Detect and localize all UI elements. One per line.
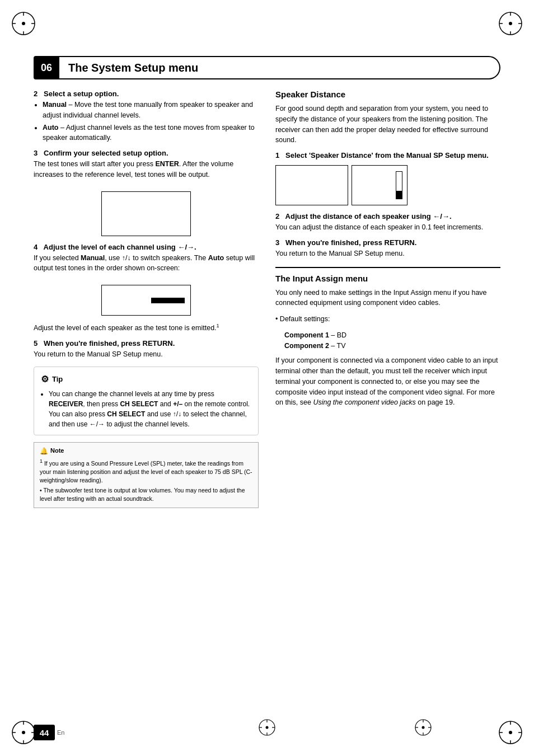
svg-point-7 [509,22,512,25]
input-assign-title: The Input Assign menu [275,274,500,283]
speaker-distance-body: For good sound depth and separation from… [275,104,500,145]
input-assign-link: Using the component video jacks [313,398,415,406]
chapter-header: 06 The System Setup menu [34,56,500,79]
note-icon: 🔔 [40,447,48,456]
main-content: 2 Select a setup option. Manual – Move t… [34,90,500,508]
bottom-center-decoration [257,717,277,739]
svg-point-31 [422,726,425,729]
screen-indicator-line [151,298,185,303]
corner-decoration-br [497,719,524,746]
note-box: 🔔 Note 1 If you are using a Sound Pressu… [34,442,259,508]
svg-point-19 [509,731,512,734]
bottom-right-decoration [413,717,433,739]
tip-icon: ⚙ [41,373,49,386]
sd-step-2-body: You can adjust the distance of each spea… [275,222,500,233]
screen-mockup-small [101,285,191,316]
note-text-1: 1 If you are using a Sound Pressure Leve… [40,458,252,485]
step-2-body: Manual – Move the test tone manually fro… [34,100,259,143]
note-title: 🔔 Note [40,447,252,456]
tip-list: You can change the channel levels at any… [49,389,251,429]
sd-step-1-title: 1 Select 'Speaker Distance' from the Man… [275,151,500,159]
svg-point-1 [22,22,25,25]
page-number: 44 [34,725,55,740]
step-4-body2: Adjust the level of each speaker as the … [34,322,259,334]
tip-box: ⚙ Tip You can change the channel levels … [34,367,259,435]
note-text-2: • The subwoofer test tone is output at l… [40,486,252,503]
screen-dual-mockup [275,165,500,205]
step-4-title: 4 Adjust the level of each channel using… [34,243,259,251]
step-5-title: 5 When you're finished, press RETURN. [34,339,259,348]
tip-item: You can change the channel levels at any… [49,389,251,429]
step-4-body: If you selected Manual, use ↑/↓ to switc… [34,253,259,274]
tip-label: Tip [52,374,63,385]
sd-step-2-title: 2 Adjust the distance of each speaker us… [275,212,500,220]
input-assign-body: You only need to make settings in the In… [275,288,500,309]
sd-step-3-body: You return to the Manual SP Setup menu. [275,248,500,259]
default-settings-label: • Default settings: [275,314,500,325]
screen-bar-fill [396,191,402,199]
corner-decoration-tl [10,10,37,37]
default-settings-list: Component 1 – BD Component 2 – TV [284,330,500,351]
screen-bar [396,171,402,199]
chapter-title: The System Setup menu [68,62,198,74]
section-divider [275,267,500,268]
tip-title: ⚙ Tip [41,373,251,386]
sd-step-3-title: 3 When you're finished, press RETURN. [275,238,500,247]
corner-decoration-tr [497,10,524,37]
page-lang: En [57,729,64,736]
chapter-number: 06 [34,56,59,79]
step-3-title: 3 Confirm your selected setup option. [34,149,259,157]
corner-decoration-bl [10,719,37,746]
left-column: 2 Select a setup option. Manual – Move t… [34,90,259,508]
right-column: Speaker Distance For good sound depth an… [275,90,500,508]
step-5-body: You return to the Manual SP Setup menu. [34,349,259,360]
step-3-body: The test tones will start after you pres… [34,159,259,180]
chapter-title-wrap: The System Setup menu [59,56,500,79]
input-assign-body2: If your component is connected via a com… [275,355,500,408]
svg-point-25 [266,726,269,729]
screen-dual-left [275,165,348,205]
speaker-distance-title: Speaker Distance [275,90,500,99]
step-2-title: 2 Select a setup option. [34,90,259,98]
screen-dual-right [352,165,407,205]
svg-point-13 [22,731,25,734]
screen-mockup-large [101,191,191,236]
note-label: Note [50,447,64,456]
page: 06 The System Setup menu 2 Select a setu… [0,0,534,756]
